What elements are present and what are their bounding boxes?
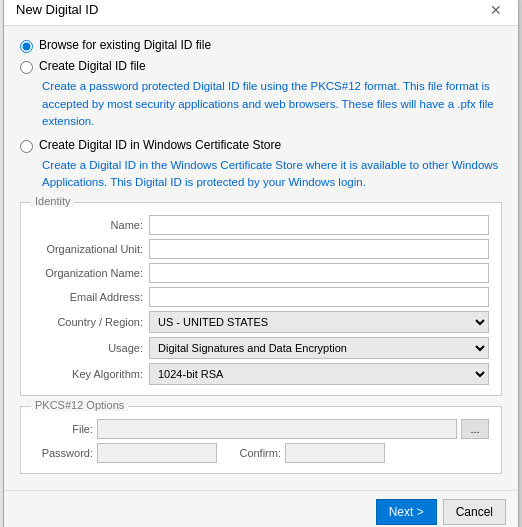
password-input[interactable] bbox=[97, 443, 217, 463]
option-pkcs-description: Create a password protected Digital ID f… bbox=[42, 78, 502, 130]
option-pkcs-section: Create Digital ID file Create a password… bbox=[20, 59, 502, 130]
confirm-label: Confirm: bbox=[221, 447, 281, 459]
identity-form: Name: Organizational Unit: Organization … bbox=[33, 215, 489, 385]
option-cert-radio[interactable] bbox=[20, 140, 33, 153]
identity-legend: Identity bbox=[31, 195, 74, 207]
pkcs-legend: PKCS#12 Options bbox=[31, 399, 128, 411]
identity-section: Identity Name: Organizational Unit: Orga… bbox=[20, 202, 502, 396]
dialog-footer: Next > Cancel bbox=[4, 490, 518, 527]
browse-button[interactable]: ... bbox=[461, 419, 489, 439]
option-pkcs-radio[interactable] bbox=[20, 61, 33, 74]
confirm-input[interactable] bbox=[285, 443, 385, 463]
new-digital-id-dialog: New Digital ID ✕ Browse for existing Dig… bbox=[3, 0, 519, 527]
org-unit-label: Organizational Unit: bbox=[33, 243, 143, 255]
dialog-body: Browse for existing Digital ID file Crea… bbox=[4, 26, 518, 485]
country-select[interactable]: US - UNITED STATES bbox=[149, 311, 489, 333]
org-name-label: Organization Name: bbox=[33, 267, 143, 279]
title-bar: New Digital ID ✕ bbox=[4, 0, 518, 26]
option-cert-section: Create Digital ID in Windows Certificate… bbox=[20, 138, 502, 192]
option-browse-radio[interactable] bbox=[20, 40, 33, 53]
pkcs-password-row: Password: Confirm: bbox=[33, 443, 489, 463]
option-browse-label[interactable]: Browse for existing Digital ID file bbox=[39, 38, 211, 52]
org-name-input[interactable] bbox=[149, 263, 489, 283]
name-label: Name: bbox=[33, 219, 143, 231]
file-label: File: bbox=[33, 423, 93, 435]
dialog-title: New Digital ID bbox=[16, 2, 98, 17]
option-browse-row: Browse for existing Digital ID file bbox=[20, 38, 502, 53]
key-algo-label: Key Algorithm: bbox=[33, 368, 143, 380]
option-pkcs-row: Create Digital ID file bbox=[20, 59, 502, 74]
option-cert-description: Create a Digital ID in the Windows Certi… bbox=[42, 157, 502, 192]
usage-label: Usage: bbox=[33, 342, 143, 354]
email-input[interactable] bbox=[149, 287, 489, 307]
file-input[interactable] bbox=[97, 419, 457, 439]
country-label: Country / Region: bbox=[33, 316, 143, 328]
next-button[interactable]: Next > bbox=[376, 499, 437, 525]
pkcs-section: PKCS#12 Options File: ... Password: Conf… bbox=[20, 406, 502, 474]
close-button[interactable]: ✕ bbox=[486, 0, 506, 20]
option-pkcs-label[interactable]: Create Digital ID file bbox=[39, 59, 146, 73]
key-algo-select[interactable]: 1024-bit RSA bbox=[149, 363, 489, 385]
usage-select[interactable]: Digital Signatures and Data Encryption bbox=[149, 337, 489, 359]
option-browse-section: Browse for existing Digital ID file bbox=[20, 38, 502, 53]
pkcs-file-row: File: ... bbox=[33, 419, 489, 439]
password-label: Password: bbox=[33, 447, 93, 459]
org-unit-input[interactable] bbox=[149, 239, 489, 259]
name-input[interactable] bbox=[149, 215, 489, 235]
option-cert-label[interactable]: Create Digital ID in Windows Certificate… bbox=[39, 138, 281, 152]
email-label: Email Address: bbox=[33, 291, 143, 303]
option-cert-row: Create Digital ID in Windows Certificate… bbox=[20, 138, 502, 153]
cancel-button[interactable]: Cancel bbox=[443, 499, 506, 525]
